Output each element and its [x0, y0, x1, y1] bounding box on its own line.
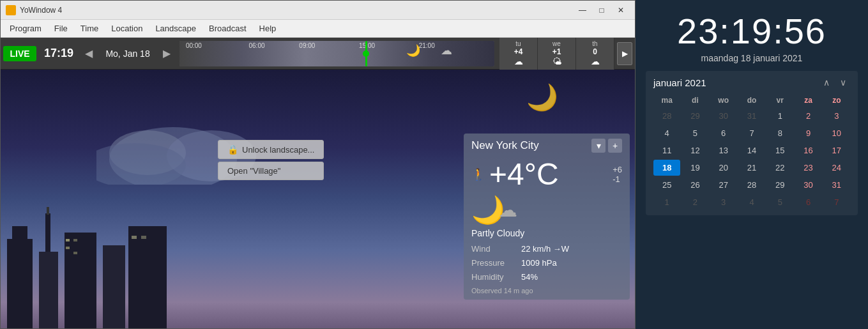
svg-rect-6 — [39, 252, 58, 328]
cal-cell-13[interactable]: 13 — [710, 142, 737, 158]
cal-cell-16[interactable]: 16 — [795, 142, 821, 158]
cal-cell-18-today[interactable]: 18 — [653, 160, 680, 176]
cal-cell-31-dec[interactable]: 31 — [738, 108, 765, 124]
wind-label: Wind — [471, 242, 516, 256]
cal-cell-2[interactable]: 2 — [795, 108, 821, 124]
cal-cell-2-feb[interactable]: 2 — [681, 194, 708, 210]
menu-broadcast[interactable]: Broadcast — [202, 21, 253, 36]
weather-details: Wind 22 km/h →W Pressure 1009 hPa Humidi… — [471, 242, 622, 284]
cal-cell-21[interactable]: 21 — [738, 160, 765, 176]
cal-cell-14[interactable]: 14 — [738, 142, 765, 158]
forecast-day-temp-1: +1 — [552, 47, 561, 56]
calendar-next-button[interactable]: ∨ — [836, 76, 850, 89]
forecast-day-temp-2: 0 — [593, 47, 597, 56]
timeline-track: 00:00 06:00 09:00 15:00 21:00 🌙 ☁ — [179, 41, 494, 66]
cal-cell-24[interactable]: 24 — [823, 160, 850, 176]
unlock-landscape-button[interactable]: 🔒 Unlock landscape... — [218, 140, 324, 159]
calendar: januari 2021 ∧ ∨ ma di wo do vr za zo 28… — [646, 71, 858, 215]
cal-cell-31[interactable]: 31 — [823, 177, 850, 193]
cal-cell-22[interactable]: 22 — [766, 160, 793, 176]
close-button[interactable]: ✕ — [612, 4, 630, 17]
svg-rect-12 — [66, 239, 70, 241]
cal-cell-17[interactable]: 17 — [823, 142, 850, 158]
cal-cell-1[interactable]: 1 — [766, 108, 793, 124]
calendar-prev-button[interactable]: ∧ — [819, 76, 834, 89]
temp-low: -1 — [613, 174, 622, 184]
cal-cell-8[interactable]: 8 — [766, 125, 793, 141]
cal-cell-28[interactable]: 28 — [738, 177, 765, 193]
cal-cell-6[interactable]: 6 — [710, 125, 737, 141]
cal-cell-30-dec[interactable]: 30 — [710, 108, 737, 124]
temperature-display: +4°C — [489, 157, 613, 192]
svg-rect-17 — [141, 236, 146, 239]
cal-cell-4-feb[interactable]: 4 — [738, 194, 765, 210]
clock-date: maandag 18 januari 2021 — [646, 53, 858, 63]
add-city-button[interactable]: + — [608, 139, 622, 153]
cal-cell-7-feb[interactable]: 7 — [823, 194, 850, 210]
cal-cell-10[interactable]: 10 — [823, 125, 850, 141]
timeline[interactable]: 00:00 06:00 09:00 15:00 21:00 🌙 ☁ — [179, 41, 494, 66]
date-display: Mo, Jan 18 — [99, 49, 156, 59]
humidity-row: Humidity 54% — [471, 270, 622, 284]
cal-cell-9[interactable]: 9 — [795, 125, 821, 141]
cal-cell-25[interactable]: 25 — [653, 177, 680, 193]
cal-cell-27[interactable]: 27 — [710, 177, 737, 193]
next-date-button[interactable]: ▶ — [159, 46, 174, 61]
cal-cell-28-dec[interactable]: 28 — [653, 108, 680, 124]
cal-cell-23[interactable]: 23 — [795, 160, 821, 176]
menu-landscape[interactable]: Landscape — [149, 21, 202, 36]
wind-value: 22 km/h →W — [521, 242, 569, 256]
clock-display: 23:19:56 maandag 18 januari 2021 — [646, 10, 858, 63]
forecast-day-label-2: th — [592, 40, 597, 47]
menu-bar: Program File Time Location Landscape Bro… — [1, 20, 635, 38]
cal-cell-5-feb[interactable]: 5 — [766, 194, 793, 210]
humidity-label: Humidity — [471, 270, 516, 284]
weather-panel-header: New York City ▾ + — [471, 139, 622, 153]
cal-cell-29[interactable]: 29 — [766, 177, 793, 193]
menu-location[interactable]: Location — [105, 21, 149, 36]
cal-cell-12[interactable]: 12 — [681, 142, 708, 158]
minimize-button[interactable]: — — [574, 4, 591, 17]
cal-cell-3-feb[interactable]: 3 — [710, 194, 737, 210]
weather-main: 🚶 +4°C +6 -1 — [471, 157, 622, 192]
cal-cell-30[interactable]: 30 — [795, 177, 821, 193]
cal-cell-26[interactable]: 26 — [681, 177, 708, 193]
menu-time[interactable]: Time — [74, 21, 105, 36]
cal-header-ma: ma — [653, 94, 680, 107]
cal-cell-19[interactable]: 19 — [681, 160, 708, 176]
person-icon: 🚶 — [471, 167, 485, 181]
cal-cell-6-feb[interactable]: 6 — [795, 194, 821, 210]
time-display: 17:19 — [39, 47, 79, 60]
prev-date-button[interactable]: ◀ — [81, 46, 96, 61]
cal-cell-3[interactable]: 3 — [823, 108, 850, 124]
scene: 🌙 🔒 Unlock landscape... — [1, 70, 635, 328]
cal-cell-11[interactable]: 11 — [653, 142, 680, 158]
temp-range: +6 -1 — [613, 165, 622, 184]
timeline-label-0: 00:00 — [186, 42, 202, 49]
cal-cell-20[interactable]: 20 — [710, 160, 737, 176]
forecast-day-1: we +1 🌤 — [538, 38, 576, 70]
calendar-header: januari 2021 ∧ ∨ — [653, 76, 850, 89]
menu-file[interactable]: File — [48, 21, 74, 36]
city-dropdown-button[interactable]: ▾ — [591, 139, 605, 153]
lock-icon: 🔒 — [227, 144, 238, 155]
title-bar: YoWindow 4 — □ ✕ — [1, 1, 635, 20]
menu-program[interactable]: Program — [3, 21, 48, 36]
cal-cell-4[interactable]: 4 — [653, 125, 680, 141]
forecast-day-icon-1: 🌤 — [552, 56, 561, 66]
cal-cell-5[interactable]: 5 — [681, 125, 708, 141]
moon-scene: 🌙 — [526, 82, 558, 112]
menu-help[interactable]: Help — [253, 21, 283, 36]
unlock-landscape-label: Unlock landscape... — [242, 145, 314, 155]
cal-cell-15[interactable]: 15 — [766, 142, 793, 158]
cal-cell-1-feb[interactable]: 1 — [653, 194, 680, 210]
cal-cell-7[interactable]: 7 — [738, 125, 765, 141]
forecast-day-icon-0: ☁ — [514, 56, 523, 66]
timeline-label-1: 06:00 — [248, 42, 264, 49]
cal-header-za: za — [795, 94, 821, 107]
observed-time: Observed 14 m ago — [471, 287, 622, 295]
maximize-button[interactable]: □ — [593, 4, 611, 17]
cal-cell-29-dec[interactable]: 29 — [681, 108, 708, 124]
play-button[interactable]: ▶ — [617, 42, 632, 65]
open-village-button[interactable]: Open "Village" — [218, 162, 324, 180]
